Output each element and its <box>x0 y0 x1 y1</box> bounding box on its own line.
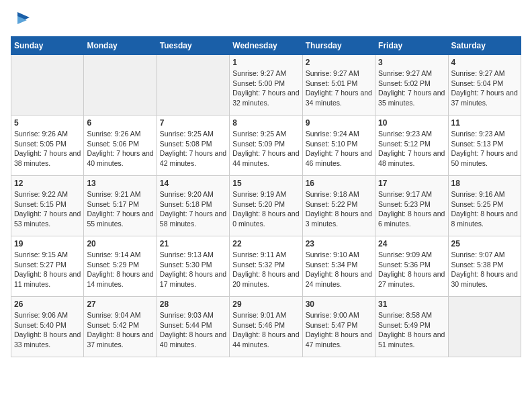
day-number: 18 <box>451 179 518 188</box>
day-info: Sunrise: 9:21 AM Sunset: 5:17 PM Dayligh… <box>87 189 153 229</box>
sunrise-label: Sunrise: 9:23 AM <box>451 130 505 138</box>
sunrise-label: Sunrise: 9:22 AM <box>14 190 68 198</box>
sunset-label: Sunset: 5:25 PM <box>451 200 504 208</box>
sunrise-label: Sunrise: 9:09 AM <box>378 250 432 259</box>
calendar-week-4: 19 Sunrise: 9:15 AM Sunset: 5:27 PM Dayl… <box>11 236 521 297</box>
day-number: 7 <box>160 118 226 128</box>
calendar-cell <box>157 55 229 116</box>
day-info: Sunrise: 9:16 AM Sunset: 5:25 PM Dayligh… <box>451 189 518 229</box>
daylight-label: Daylight: 8 hours and 3 minutes. <box>306 210 372 228</box>
daylight-label: Daylight: 7 hours and 58 minutes. <box>160 210 226 228</box>
day-number: 31 <box>378 300 445 309</box>
daylight-label: Daylight: 7 hours and 53 minutes. <box>14 210 81 228</box>
daylight-label: Daylight: 8 hours and 24 minutes. <box>306 270 372 288</box>
calendar-cell: 9 Sunrise: 9:24 AM Sunset: 5:10 PM Dayli… <box>302 116 375 176</box>
weekday-header-saturday: Saturday <box>448 37 521 55</box>
day-number: 14 <box>160 179 226 188</box>
day-number: 13 <box>87 179 153 188</box>
daylight-label: Daylight: 8 hours and 14 minutes. <box>87 270 153 288</box>
day-number: 1 <box>232 58 299 67</box>
sunrise-label: Sunrise: 9:21 AM <box>87 190 140 198</box>
weekday-header-monday: Monday <box>84 37 157 55</box>
calendar-cell: 7 Sunrise: 9:25 AM Sunset: 5:08 PM Dayli… <box>157 116 229 176</box>
calendar-cell: 21 Sunrise: 9:13 AM Sunset: 5:30 PM Dayl… <box>157 236 229 297</box>
sunset-label: Sunset: 5:29 PM <box>87 261 139 269</box>
sunset-label: Sunset: 5:42 PM <box>87 321 139 329</box>
calendar-cell: 10 Sunrise: 9:23 AM Sunset: 5:12 PM Dayl… <box>375 116 448 176</box>
sunset-label: Sunset: 5:40 PM <box>14 321 66 329</box>
day-number: 12 <box>14 179 81 188</box>
day-info: Sunrise: 9:19 AM Sunset: 5:20 PM Dayligh… <box>232 189 299 229</box>
daylight-label: Daylight: 8 hours and 33 minutes. <box>14 330 81 349</box>
daylight-label: Daylight: 8 hours and 37 minutes. <box>87 330 153 349</box>
daylight-label: Daylight: 8 hours and 0 minutes. <box>232 210 299 228</box>
sunset-label: Sunset: 5:18 PM <box>160 200 212 208</box>
calendar-cell: 26 Sunrise: 9:06 AM Sunset: 5:40 PM Dayl… <box>11 297 84 357</box>
calendar-week-3: 12 Sunrise: 9:22 AM Sunset: 5:15 PM Dayl… <box>11 176 521 236</box>
sunset-label: Sunset: 5:00 PM <box>232 79 285 87</box>
calendar-cell: 11 Sunrise: 9:23 AM Sunset: 5:13 PM Dayl… <box>448 116 521 176</box>
day-number: 2 <box>306 58 372 67</box>
calendar-cell: 14 Sunrise: 9:20 AM Sunset: 5:18 PM Dayl… <box>157 176 229 236</box>
sunset-label: Sunset: 5:38 PM <box>451 261 504 269</box>
daylight-label: Daylight: 8 hours and 30 minutes. <box>451 270 518 288</box>
daylight-label: Daylight: 7 hours and 48 minutes. <box>378 149 445 167</box>
daylight-label: Daylight: 7 hours and 37 minutes. <box>451 89 518 107</box>
calendar-cell: 8 Sunrise: 9:25 AM Sunset: 5:09 PM Dayli… <box>230 116 302 176</box>
sunset-label: Sunset: 5:32 PM <box>232 261 285 269</box>
calendar-cell: 15 Sunrise: 9:19 AM Sunset: 5:20 PM Dayl… <box>230 176 302 236</box>
day-info: Sunrise: 9:18 AM Sunset: 5:22 PM Dayligh… <box>306 189 372 229</box>
calendar-cell: 2 Sunrise: 9:27 AM Sunset: 5:01 PM Dayli… <box>302 55 375 116</box>
calendar-cell: 16 Sunrise: 9:18 AM Sunset: 5:22 PM Dayl… <box>302 176 375 236</box>
sunset-label: Sunset: 5:44 PM <box>160 321 212 329</box>
calendar-cell: 13 Sunrise: 9:21 AM Sunset: 5:17 PM Dayl… <box>84 176 157 236</box>
calendar-cell: 22 Sunrise: 9:11 AM Sunset: 5:32 PM Dayl… <box>230 236 302 297</box>
sunset-label: Sunset: 5:01 PM <box>306 79 358 87</box>
sunset-label: Sunset: 5:13 PM <box>451 140 504 148</box>
day-info: Sunrise: 9:27 AM Sunset: 5:04 PM Dayligh… <box>451 68 518 108</box>
day-number: 4 <box>451 58 518 67</box>
calendar-cell: 5 Sunrise: 9:26 AM Sunset: 5:05 PM Dayli… <box>11 116 84 176</box>
calendar-cell: 28 Sunrise: 9:03 AM Sunset: 5:44 PM Dayl… <box>157 297 229 357</box>
day-info: Sunrise: 9:01 AM Sunset: 5:46 PM Dayligh… <box>232 310 299 350</box>
daylight-label: Daylight: 8 hours and 17 minutes. <box>160 270 226 288</box>
sunset-label: Sunset: 5:05 PM <box>14 140 66 148</box>
day-info: Sunrise: 9:27 AM Sunset: 5:00 PM Dayligh… <box>232 68 299 108</box>
calendar-cell: 1 Sunrise: 9:27 AM Sunset: 5:00 PM Dayli… <box>230 55 302 116</box>
weekday-header-friday: Friday <box>375 37 448 55</box>
sunrise-label: Sunrise: 9:25 AM <box>160 130 214 138</box>
calendar-cell: 30 Sunrise: 9:00 AM Sunset: 5:47 PM Dayl… <box>302 297 375 357</box>
calendar-cell <box>11 55 84 116</box>
sunrise-label: Sunrise: 9:25 AM <box>232 130 286 138</box>
daylight-label: Daylight: 8 hours and 47 minutes. <box>306 330 372 349</box>
day-info: Sunrise: 9:17 AM Sunset: 5:23 PM Dayligh… <box>378 189 445 229</box>
sunset-label: Sunset: 5:06 PM <box>87 140 139 148</box>
sunset-label: Sunset: 5:36 PM <box>378 261 431 269</box>
calendar-cell: 6 Sunrise: 9:26 AM Sunset: 5:06 PM Dayli… <box>84 116 157 176</box>
weekday-header-sunday: Sunday <box>11 37 84 55</box>
day-number: 29 <box>232 300 299 309</box>
sunset-label: Sunset: 5:49 PM <box>378 321 431 329</box>
day-info: Sunrise: 9:27 AM Sunset: 5:02 PM Dayligh… <box>378 68 445 108</box>
day-number: 9 <box>306 118 372 128</box>
daylight-label: Daylight: 8 hours and 44 minutes. <box>232 330 299 349</box>
daylight-label: Daylight: 7 hours and 55 minutes. <box>87 210 153 228</box>
sunset-label: Sunset: 5:02 PM <box>378 79 431 87</box>
daylight-label: Daylight: 8 hours and 8 minutes. <box>451 210 518 228</box>
logo-icon <box>11 11 32 28</box>
sunrise-label: Sunrise: 9:07 AM <box>451 250 505 259</box>
sunrise-label: Sunrise: 9:15 AM <box>14 250 68 259</box>
daylight-label: Daylight: 7 hours and 34 minutes. <box>306 89 372 107</box>
day-info: Sunrise: 9:04 AM Sunset: 5:42 PM Dayligh… <box>87 310 153 350</box>
day-number: 6 <box>87 118 153 128</box>
sunrise-label: Sunrise: 9:03 AM <box>160 311 214 319</box>
sunset-label: Sunset: 5:12 PM <box>378 140 431 148</box>
day-number: 3 <box>378 58 445 67</box>
day-info: Sunrise: 8:58 AM Sunset: 5:49 PM Dayligh… <box>378 310 445 350</box>
logo <box>11 11 35 28</box>
calendar-week-5: 26 Sunrise: 9:06 AM Sunset: 5:40 PM Dayl… <box>11 297 521 357</box>
day-info: Sunrise: 9:26 AM Sunset: 5:06 PM Dayligh… <box>87 129 153 169</box>
day-info: Sunrise: 9:23 AM Sunset: 5:13 PM Dayligh… <box>451 129 518 169</box>
day-info: Sunrise: 9:20 AM Sunset: 5:18 PM Dayligh… <box>160 189 226 229</box>
day-info: Sunrise: 9:22 AM Sunset: 5:15 PM Dayligh… <box>14 189 81 229</box>
